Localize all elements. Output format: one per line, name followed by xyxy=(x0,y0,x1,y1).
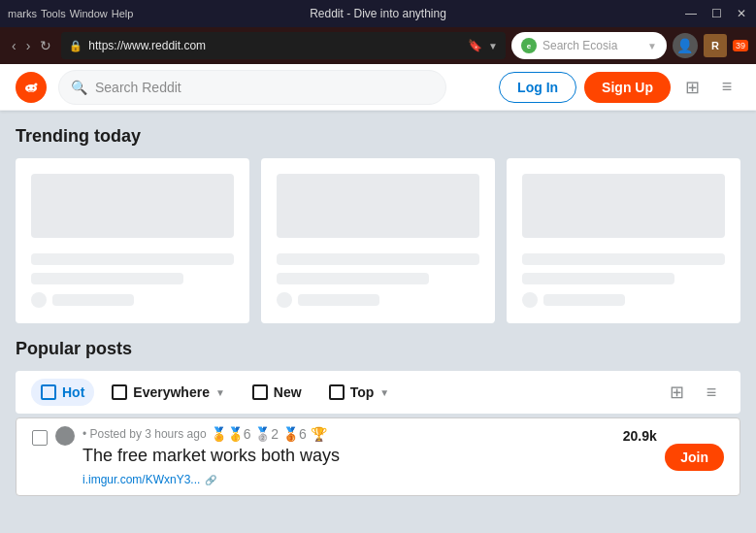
trending-card xyxy=(261,158,495,323)
grid-view-button[interactable]: ⊞ xyxy=(678,74,706,101)
menu-bar: marks Tools Window Help xyxy=(8,8,133,19)
trending-title: Trending today xyxy=(16,126,740,147)
skeleton-line xyxy=(543,294,625,306)
reddit-logo[interactable] xyxy=(16,72,47,103)
filter-tab-new[interactable]: New xyxy=(243,379,312,406)
lock-icon: 🔒 xyxy=(69,40,82,52)
header-right: Log In Sign Up ⊞ ≡ xyxy=(499,72,740,103)
skeleton-row xyxy=(277,292,479,308)
popular-section: Popular posts Hot Everywhere ▼ New xyxy=(16,339,740,496)
hot-label: Hot xyxy=(62,384,84,400)
browser-titlebar: marks Tools Window Help Reddit - Dive in… xyxy=(0,0,756,27)
post-meta: • Posted by 3 hours ago 🏅🥇6 🥈2 🥉6 🏆 xyxy=(82,426,614,442)
skeleton-circle xyxy=(277,292,292,308)
trending-section: Trending today xyxy=(16,126,740,323)
filter-tab-everywhere[interactable]: Everywhere ▼ xyxy=(102,379,235,406)
skeleton-circle xyxy=(31,292,47,308)
svg-point-3 xyxy=(33,86,35,88)
skeleton-row xyxy=(522,292,725,308)
hot-icon xyxy=(41,384,56,400)
post-checkbox[interactable] xyxy=(32,430,48,446)
search-icon: 🔍 xyxy=(71,80,87,95)
reddit-main: Trending today xyxy=(0,111,756,512)
new-label: New xyxy=(274,384,302,400)
dropdown-arrow[interactable]: ▼ xyxy=(488,41,498,51)
skeleton-line xyxy=(522,273,674,284)
trending-grid xyxy=(16,158,740,323)
back-button[interactable]: ‹ xyxy=(8,36,20,55)
top-icon xyxy=(329,384,345,400)
nav-buttons: ‹ › ↻ xyxy=(8,36,55,55)
skeleton-circle xyxy=(522,292,538,308)
top-label: Top xyxy=(350,384,375,400)
post-vote-count: 20.9k xyxy=(622,426,657,444)
reddit-header: 🔍 Search Reddit Log In Sign Up ⊞ ≡ xyxy=(0,64,756,111)
address-bar[interactable]: 🔒 https://www.reddit.com 🔖 ▼ xyxy=(61,32,506,59)
everywhere-icon xyxy=(112,384,127,400)
notification-badge: 39 xyxy=(733,40,748,51)
close-button[interactable]: ✕ xyxy=(735,7,748,20)
signup-button[interactable]: Sign Up xyxy=(584,72,671,103)
skeleton-line xyxy=(298,294,379,306)
ecosia-search-placeholder: Search Ecosia xyxy=(542,39,641,52)
post-meta-text: • Posted by 3 hours ago xyxy=(82,427,207,441)
skeleton-line xyxy=(277,253,479,265)
post-link[interactable]: i.imgur.com/KWxnY3... xyxy=(82,473,200,486)
filter-bar: Hot Everywhere ▼ New Top ▼ ⊞ xyxy=(16,371,740,414)
skeleton-line xyxy=(31,253,234,265)
award-icons: 🏅🥇6 🥈2 🥉6 🏆 xyxy=(211,426,327,442)
login-button[interactable]: Log In xyxy=(499,72,576,103)
filter-tab-hot[interactable]: Hot xyxy=(31,379,94,406)
trending-image xyxy=(277,174,479,238)
profile-button[interactable]: 👤 xyxy=(673,33,698,58)
skeleton-line xyxy=(52,294,134,306)
compact-view-button[interactable]: ≡ xyxy=(698,379,725,406)
post-card: • Posted by 3 hours ago 🏅🥇6 🥈2 🥉6 🏆 The … xyxy=(16,417,740,496)
trending-image xyxy=(31,174,234,238)
ecosia-search-bar[interactable]: e Search Ecosia ▼ xyxy=(511,32,667,59)
window-controls: — ☐ ✕ xyxy=(684,7,748,20)
post-title: The free market works both ways xyxy=(82,446,614,466)
list-view-button[interactable]: ≡ xyxy=(713,74,740,101)
card-view-button[interactable]: ⊞ xyxy=(663,379,690,406)
join-button[interactable]: Join xyxy=(665,444,724,471)
maximize-button[interactable]: ☐ xyxy=(709,7,723,20)
post-content: • Posted by 3 hours ago 🏅🥇6 🥈2 🥉6 🏆 The … xyxy=(82,426,614,487)
page-title: Reddit - Dive into anything xyxy=(310,7,446,20)
ecosia-logo: e xyxy=(521,38,537,53)
everywhere-dropdown-icon: ▼ xyxy=(215,387,225,398)
search-placeholder: Search Reddit xyxy=(95,80,181,95)
filter-tab-top[interactable]: Top ▼ xyxy=(319,379,400,406)
everywhere-label: Everywhere xyxy=(133,384,210,400)
menu-help[interactable]: Help xyxy=(112,8,134,19)
bookmark-icon[interactable]: 🔖 xyxy=(468,39,482,52)
post-link-icon: 🔗 xyxy=(205,475,216,485)
forward-button[interactable]: › xyxy=(22,36,35,55)
top-dropdown-icon: ▼ xyxy=(379,387,389,398)
browser-toolbar: ‹ › ↻ 🔒 https://www.reddit.com 🔖 ▼ e Sea… xyxy=(0,27,756,64)
trending-card xyxy=(507,158,740,323)
skeleton-line xyxy=(277,273,429,284)
popular-title: Popular posts xyxy=(16,339,740,359)
svg-point-2 xyxy=(28,86,30,88)
menu-tools[interactable]: Tools xyxy=(41,8,66,19)
menu-window[interactable]: Window xyxy=(70,8,108,19)
skeleton-line xyxy=(31,273,183,284)
extension-icon[interactable]: R xyxy=(704,34,727,57)
minimize-button[interactable]: — xyxy=(684,7,698,20)
new-icon xyxy=(252,384,268,400)
view-controls: ⊞ ≡ xyxy=(663,379,725,406)
reload-button[interactable]: ↻ xyxy=(36,36,55,55)
url-text: https://www.reddit.com xyxy=(88,39,462,52)
menu-marks[interactable]: marks xyxy=(8,8,37,19)
subreddit-icon xyxy=(55,426,75,446)
trending-image xyxy=(522,174,725,238)
reddit-app: 🔍 Search Reddit Log In Sign Up ⊞ ≡ Trend… xyxy=(0,64,756,512)
reddit-search-box[interactable]: 🔍 Search Reddit xyxy=(58,70,446,105)
skeleton-row xyxy=(31,292,234,308)
skeleton-line xyxy=(522,253,725,265)
ecosia-dropdown[interactable]: ▼ xyxy=(647,41,657,51)
trending-card xyxy=(16,158,249,323)
